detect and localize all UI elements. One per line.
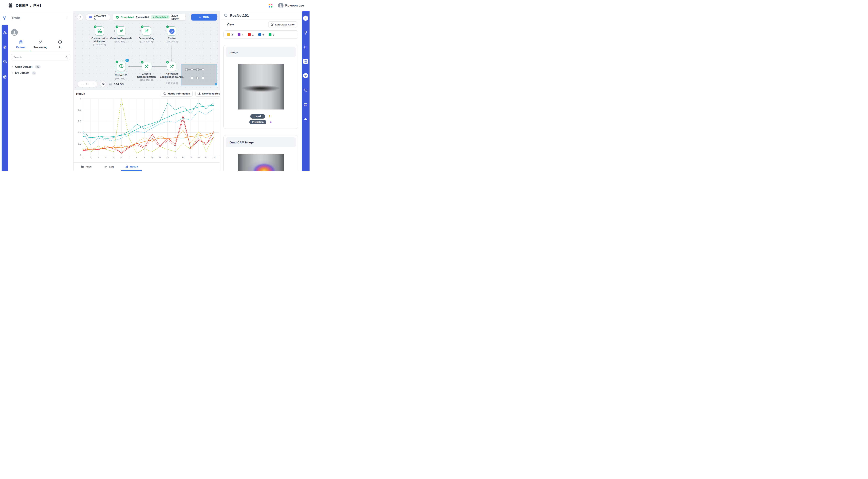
svg-text:1: 1: [80, 97, 81, 100]
tree-item-label: Open Dataset: [15, 65, 32, 68]
left-tabs: Dataset Processing: [11, 38, 70, 51]
node-dims: [256, 256, 1]: [141, 79, 153, 81]
link-icon: [169, 29, 175, 34]
class-chip: 1: [248, 33, 254, 36]
lightbulb-icon[interactable]: [303, 30, 308, 35]
pipeline-flow-icon[interactable]: [2, 30, 7, 35]
epoch-label: 20/20 Epoch: [172, 14, 182, 20]
image-icon[interactable]: [303, 102, 308, 107]
canvas-footer: − +: [77, 81, 124, 87]
svg-text:0.6: 0.6: [78, 120, 81, 122]
metric-information-button[interactable]: Metric Information: [161, 91, 192, 97]
node-resnet101[interactable]: ••• ResNet101 [256, 256, 1]: [108, 60, 134, 80]
pipeline-canvas[interactable]: ? 1,091,050 C: [74, 11, 220, 90]
tab-label: Processing: [34, 46, 48, 49]
class-number: 1: [252, 33, 254, 36]
tab-log[interactable]: Log: [97, 163, 120, 171]
completed-check-icon: [115, 60, 119, 64]
node-label: Color to Grayscale: [110, 37, 132, 40]
model-title: ResNet101: [230, 13, 249, 18]
tab-processing[interactable]: Processing: [31, 38, 50, 51]
tab-dataset[interactable]: Dataset: [11, 38, 31, 51]
label-pill: Label: [250, 114, 265, 119]
node-color-to-grayscale[interactable]: Color to Grayscale [224, 224, 1]: [108, 26, 134, 43]
completed-check-icon: [166, 25, 169, 28]
node-osteoarthritis-multiclass[interactable]: Osteoarthritis Multiclass [224, 224, 1]: [87, 26, 112, 46]
brand-logo-atom-icon: [7, 3, 13, 8]
node-dims: [224, 224, 1]: [141, 40, 153, 43]
node-histogram-equalization[interactable]: Histogram Equalization CLAHE ·· [256, 25…: [159, 62, 184, 85]
active-panel-grid-icon[interactable]: [303, 59, 308, 64]
help-button[interactable]: ?: [77, 14, 83, 20]
node-label: Resize: [168, 37, 176, 40]
completed-check-icon: [141, 25, 144, 28]
credits-chip[interactable]: 1,091,050 C: [86, 14, 110, 20]
tools-icon: [144, 28, 149, 34]
class-chip: 2: [269, 33, 274, 36]
class-color-swatch: [258, 33, 261, 36]
chart-series: [83, 103, 214, 139]
minimap-viewport-handle[interactable]: [215, 83, 217, 86]
tab-ai[interactable]: AI: [50, 38, 70, 51]
class-chip: 0: [258, 33, 264, 36]
brain-icon: [58, 40, 62, 44]
node-menu-icon[interactable]: •••: [125, 59, 129, 62]
svg-text:1: 1: [82, 156, 84, 159]
download-result-button[interactable]: Download Result: [195, 91, 220, 97]
drive-icon: [109, 82, 112, 86]
chart-series: [83, 119, 214, 152]
right-rail: [302, 11, 310, 171]
node-dims: [256, 256, 1]: [115, 77, 127, 80]
chat-icon[interactable]: [2, 59, 7, 65]
run-button[interactable]: RUN: [191, 14, 217, 21]
chip-icon[interactable]: [2, 44, 7, 50]
fit-view-icon[interactable]: [86, 82, 89, 86]
task-list-icon[interactable]: [303, 44, 308, 50]
workspace-cluster-icon[interactable]: [2, 15, 7, 21]
edit-class-color-button[interactable]: Edit Class Color: [268, 22, 297, 27]
canvas-toolbar: ? 1,091,050 C: [77, 14, 217, 21]
status-text: Completed: [121, 16, 134, 19]
node-resize[interactable]: Resize [256, 256, 1]: [159, 26, 184, 43]
panel-title: Train: [11, 16, 60, 20]
card-title: Grad-CAM Image: [229, 141, 254, 144]
tab-files[interactable]: Files: [75, 163, 97, 171]
search-icon[interactable]: [64, 55, 69, 60]
svg-text:6: 6: [121, 156, 122, 159]
dataset-tree: Open Dataset 35 My Dataset 1: [11, 64, 70, 76]
tree-item-my-dataset[interactable]: My Dataset 1: [11, 70, 70, 76]
image-card: Image Label 3 Prediction 4: [223, 45, 298, 129]
status-badge: Completed: [151, 15, 170, 19]
result-section: Result Metric Information Download Resul…: [74, 90, 220, 171]
status-pill: Completed ResNet101 Completed 20/20 Epoc…: [113, 14, 185, 21]
chevron-right-icon: [11, 66, 13, 68]
bar-chart-icon[interactable]: [303, 117, 308, 122]
search-input[interactable]: [11, 54, 70, 60]
node-dims: [224, 224, 1]: [93, 43, 105, 46]
view-label: View: [227, 23, 234, 26]
label-row: Label 3: [250, 114, 271, 119]
info-icon[interactable]: [303, 15, 308, 21]
calendar-check-icon[interactable]: [2, 74, 7, 79]
node-zero-padding[interactable]: Zero-padding [224, 224, 1]: [134, 26, 159, 43]
class-chip: 3: [227, 33, 233, 36]
minimap[interactable]: [181, 64, 217, 86]
tag-icon[interactable]: [303, 88, 308, 93]
tree-item-open-dataset[interactable]: Open Dataset 35: [11, 64, 70, 70]
zoom-in-icon[interactable]: +: [91, 82, 95, 86]
prediction-pill: Prediction: [249, 120, 267, 124]
card-title: Image: [229, 51, 238, 54]
zoom-out-icon[interactable]: −: [80, 82, 83, 86]
log-list-icon: [104, 165, 107, 168]
left-rail: [2, 25, 8, 171]
node-zscore-standardization[interactable]: Z-score Standardization [256, 256, 1]: [134, 62, 159, 81]
eye-icon[interactable]: [303, 73, 308, 78]
screenshot-camera-icon[interactable]: [100, 81, 106, 87]
tab-result[interactable]: Result: [120, 163, 143, 171]
apps-grid-icon[interactable]: [269, 4, 272, 7]
user-menu[interactable]: Rowoon Lee: [278, 3, 304, 8]
panel-menu-button[interactable]: [64, 15, 70, 21]
chart-icon: [125, 165, 128, 168]
completed-check-icon: [115, 25, 119, 28]
folder-icon: [81, 165, 84, 168]
